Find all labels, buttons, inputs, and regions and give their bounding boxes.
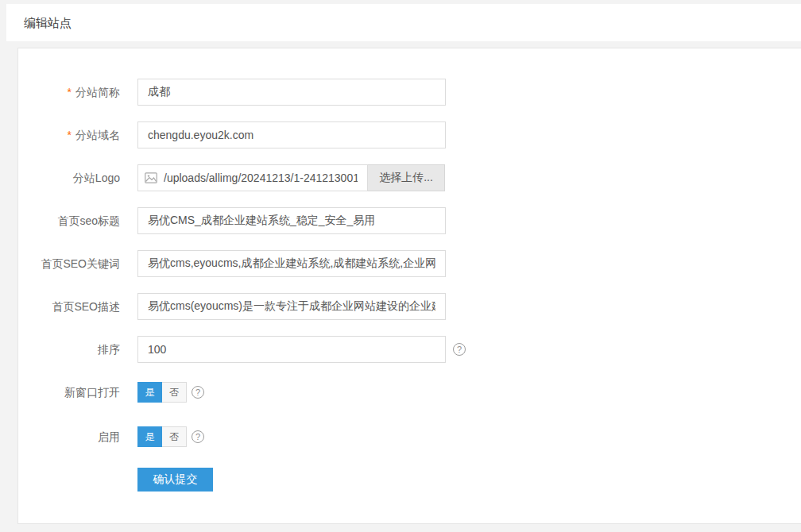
required-marker: * [68, 86, 72, 98]
sort-label: 排序 [18, 336, 120, 363]
confirm-submit-button[interactable]: 确认提交 [137, 468, 213, 492]
page-title: 编辑站点 [6, 4, 801, 41]
short-name-input[interactable] [137, 79, 446, 106]
enabled-toggle: 是 否 [137, 426, 187, 447]
seo-keywords-label: 首页SEO关键词 [18, 250, 120, 277]
edit-site-form: *分站简称 *分站域名 分站Logo [18, 48, 801, 492]
seo-title-label: 首页seo标题 [18, 207, 120, 234]
form-row-domain: *分站域名 [18, 121, 801, 148]
image-icon [145, 172, 157, 183]
form-row-new-window: 新窗口打开 是 否 ? [18, 379, 801, 406]
edit-site-page: 编辑站点 *分站简称 *分站域名 分站Logo [0, 0, 801, 532]
form-row-logo: 分站Logo 选择上传... [18, 164, 801, 191]
submit-row: 确认提交 [18, 468, 801, 492]
sort-help-icon[interactable]: ? [453, 343, 466, 356]
seo-description-label: 首页SEO描述 [18, 293, 120, 320]
edit-site-panel: *分站简称 *分站域名 分站Logo [17, 48, 801, 524]
seo-description-input[interactable] [137, 293, 446, 320]
new-window-help-icon[interactable]: ? [192, 386, 204, 399]
form-row-enabled: 启用 是 否 ? [18, 423, 801, 450]
form-row-seo-keywords: 首页SEO关键词 [18, 250, 801, 277]
new-window-no-button[interactable]: 否 [162, 382, 187, 403]
logo-label: 分站Logo [18, 164, 120, 191]
logo-upload-group: 选择上传... [137, 164, 446, 191]
domain-input[interactable] [137, 121, 446, 148]
form-row-short-name: *分站简称 [18, 79, 801, 106]
choose-upload-button[interactable]: 选择上传... [367, 164, 445, 191]
form-row-sort: 排序 ? [18, 336, 801, 363]
enabled-help-icon[interactable]: ? [192, 430, 204, 443]
domain-label: *分站域名 [18, 121, 120, 148]
new-window-label: 新窗口打开 [18, 379, 120, 406]
logo-input-wrap [137, 164, 368, 191]
new-window-yes-button[interactable]: 是 [137, 382, 162, 403]
new-window-toggle: 是 否 [137, 382, 187, 403]
logo-path-input[interactable] [137, 164, 368, 191]
seo-title-input[interactable] [137, 207, 446, 234]
form-row-seo-title: 首页seo标题 [18, 207, 801, 234]
enabled-no-button[interactable]: 否 [162, 426, 187, 447]
required-marker: * [68, 129, 72, 141]
sort-input[interactable] [137, 336, 446, 363]
enabled-label: 启用 [18, 423, 120, 450]
enabled-yes-button[interactable]: 是 [137, 426, 162, 447]
page-header: 编辑站点 [6, 4, 801, 41]
short-name-label: *分站简称 [18, 79, 120, 106]
seo-keywords-input[interactable] [137, 250, 446, 277]
form-row-seo-description: 首页SEO描述 [18, 293, 801, 320]
